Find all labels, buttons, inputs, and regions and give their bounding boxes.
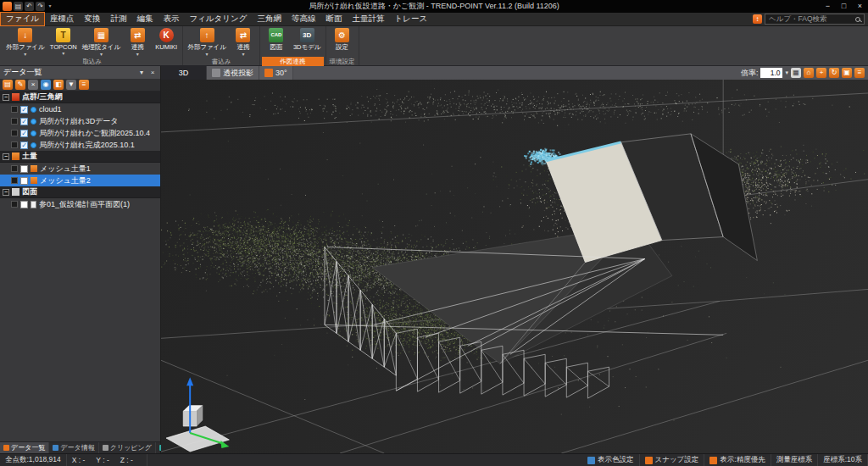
panel-close-icon[interactable]: × xyxy=(148,69,157,76)
tree-item-cloud1[interactable]: ✓ cloud1 xyxy=(0,103,160,115)
tab-data-info[interactable]: データ情報 xyxy=(49,442,98,453)
volume-group-icon xyxy=(12,153,19,160)
ribbon-group-label-settings: 環境設定 xyxy=(328,57,357,66)
menu-coordinate-points[interactable]: 座標点 xyxy=(45,13,80,25)
tree-item-mesh-volume-1[interactable]: メッシュ土量1 xyxy=(0,163,160,175)
tree-group-drawing[interactable]: − 図面 xyxy=(0,186,160,198)
link-export-button[interactable]: ⇄ 連携 ▾ xyxy=(229,27,258,57)
tree-item-kago-observation[interactable]: ✓ 局所がけ崩れかご観測2025.10.4 xyxy=(0,127,160,139)
save-icon[interactable]: ▤ xyxy=(14,2,23,11)
menu-cross-section[interactable]: 断面 xyxy=(320,13,347,25)
gsi-tiles-button[interactable]: ▦ 地理院タイル ▾ xyxy=(80,27,124,57)
display-color-settings-button[interactable]: 表示色設定 xyxy=(582,454,640,466)
home-view-icon[interactable]: ⌂ xyxy=(804,68,814,78)
view-grid-icon[interactable]: ▦ xyxy=(791,68,801,78)
tree-item-plan-drawing[interactable]: 参01_仮設備計画平面図(1) xyxy=(0,198,160,210)
menu-measure[interactable]: 計測 xyxy=(105,13,131,25)
zoom-fit-icon[interactable]: + xyxy=(816,68,826,78)
link-import-button[interactable]: ⇄ 連携 ▾ xyxy=(123,27,152,57)
main-area: データ一覧 ▾ × ▤ ✎ × ◉ ◧ ▼ ≡ − 点群/三角網 xyxy=(0,66,868,453)
menu-contours[interactable]: 等高線 xyxy=(287,13,321,25)
titlebar: ▤ ↶ ↷ ▾ 局所がけ崩れ仮設道路・かご観測 - TREND-POINT Ve… xyxy=(0,0,868,13)
coordinate-system-button[interactable]: 測量座標系 xyxy=(771,454,819,466)
visibility-checkbox[interactable] xyxy=(20,201,28,208)
minimize-button[interactable]: − xyxy=(820,0,836,13)
help-updown-icon[interactable]: ↕ xyxy=(753,14,762,24)
menu-file[interactable]: ファイル xyxy=(0,12,45,26)
visibility-checkbox[interactable]: ✓ xyxy=(20,106,28,114)
view-angle-button[interactable]: 30° xyxy=(259,66,293,80)
menu-trace[interactable]: トレース xyxy=(389,13,432,25)
tree-item-completed[interactable]: ✓ 局所がけ崩れ完成2025.10.1 xyxy=(0,139,160,151)
tree-item-mesh-volume-2[interactable]: メッシュ土量2 xyxy=(0,175,160,186)
external-file-export-icon: ↑ xyxy=(200,28,214,42)
menu-filtering[interactable]: フィルタリング xyxy=(184,13,252,25)
expand-icon[interactable] xyxy=(11,201,18,208)
external-file-import-button[interactable]: ↓ 外部ファイル ▾ xyxy=(3,27,47,57)
capture-icon[interactable]: ▣ xyxy=(842,68,852,78)
help-search-input[interactable]: ヘルプ・FAQ検索 xyxy=(765,14,865,25)
visibility-checkbox[interactable]: ✓ xyxy=(20,141,28,149)
expand-icon[interactable] xyxy=(11,165,18,172)
visibility-checkbox[interactable]: ✓ xyxy=(20,130,28,137)
panel-header: データ一覧 ▾ × xyxy=(0,66,160,79)
menu-volume-calc[interactable]: 土量計算 xyxy=(347,13,389,25)
expand-icon[interactable] xyxy=(11,106,18,113)
trend-point-window: ▤ ↶ ↷ ▾ 局所がけ崩れ仮設道路・かご観測 - TREND-POINT Ve… xyxy=(0,0,868,466)
zoom-dropdown-icon[interactable]: ▾ xyxy=(785,69,788,76)
color-settings-icon[interactable]: ◧ xyxy=(53,80,64,90)
panel-menu-icon[interactable]: ▾ xyxy=(137,69,146,76)
undo-icon[interactable]: ↶ xyxy=(25,2,34,11)
expand-icon[interactable] xyxy=(11,130,18,136)
statusbar: 全点数:1,018,914 X : - Y : - Z : - 表示色設定 スナ… xyxy=(0,453,868,466)
menu-edit[interactable]: 編集 xyxy=(131,13,158,25)
viewport-tab-3d[interactable]: 3D xyxy=(161,66,207,80)
tree-item-3d-data[interactable]: ✓ 局所がけ崩れ3Dデータ xyxy=(0,115,160,127)
tab-clipping[interactable]: クリッピング xyxy=(99,442,156,453)
external-file-export-button[interactable]: ↑ 外部ファイル ▾ xyxy=(185,27,229,57)
close-button[interactable]: × xyxy=(852,0,868,13)
visibility-checkbox[interactable] xyxy=(20,165,28,173)
menubar: ファイル 座標点 変換 計測 編集 表示 フィルタリング 三角網 等高線 断面 … xyxy=(0,13,868,26)
qat-dropdown-icon[interactable]: ▾ xyxy=(47,2,53,11)
delete-icon[interactable]: × xyxy=(28,80,38,90)
3d-viewport[interactable] xyxy=(161,80,868,453)
expand-icon[interactable] xyxy=(11,177,18,184)
visibility-checkbox[interactable] xyxy=(20,177,28,185)
topcon-button[interactable]: T TOPCON ▾ xyxy=(47,27,80,56)
data-info-tab-icon xyxy=(53,445,58,451)
expand-icon[interactable] xyxy=(11,141,18,148)
menu-convert[interactable]: 変換 xyxy=(79,13,105,25)
visibility-checkbox[interactable]: ✓ xyxy=(20,118,28,125)
tree-group-pointcloud[interactable]: − 点群/三角網 xyxy=(0,92,160,103)
redo-icon[interactable]: ↷ xyxy=(36,2,45,11)
cursor-coordinates: X : - Y : - Z : - xyxy=(67,454,147,466)
menu-view[interactable]: 表示 xyxy=(158,13,184,25)
3d-model-button[interactable]: 3D 3Dモデル xyxy=(291,27,324,57)
search-icon[interactable] xyxy=(855,17,860,22)
snap-settings-button[interactable]: スナップ設定 xyxy=(640,454,705,466)
maximize-button[interactable]: □ xyxy=(836,0,852,13)
rotate-view-icon[interactable]: ↻ xyxy=(829,68,839,78)
viewport-menu-icon[interactable]: ≡ xyxy=(854,68,865,78)
pointcloud-scene-canvas[interactable] xyxy=(161,80,868,453)
edit-icon[interactable]: ✎ xyxy=(15,80,25,90)
expand-icon[interactable] xyxy=(11,118,18,125)
cad-drawing-button[interactable]: CAD 図面 xyxy=(262,27,291,57)
kumiki-button[interactable]: K KUMIKI xyxy=(152,27,181,56)
collapse-icon[interactable]: − xyxy=(3,189,9,196)
display-mode-button[interactable]: 表示:精度優先 xyxy=(704,454,771,466)
list-mode-icon[interactable]: ≡ xyxy=(79,80,89,90)
visibility-icon[interactable]: ◉ xyxy=(41,80,51,90)
tree-group-volume[interactable]: − 土量 xyxy=(0,151,160,163)
menu-tin[interactable]: 三角網 xyxy=(252,13,287,25)
projection-button[interactable]: 透視投影 xyxy=(207,66,259,80)
sort-icon[interactable]: ▼ xyxy=(66,80,76,90)
new-data-icon[interactable]: ▤ xyxy=(3,80,13,90)
zoom-input[interactable]: 1.0 xyxy=(760,68,782,78)
collapse-icon[interactable]: − xyxy=(3,153,9,160)
ribbon-group-settings: ⚙ 設定 環境設定 xyxy=(326,26,359,65)
tab-data-list[interactable]: データ一覧 xyxy=(0,442,49,453)
settings-button[interactable]: ⚙ 設定 xyxy=(328,27,357,57)
collapse-icon[interactable]: − xyxy=(3,94,9,101)
